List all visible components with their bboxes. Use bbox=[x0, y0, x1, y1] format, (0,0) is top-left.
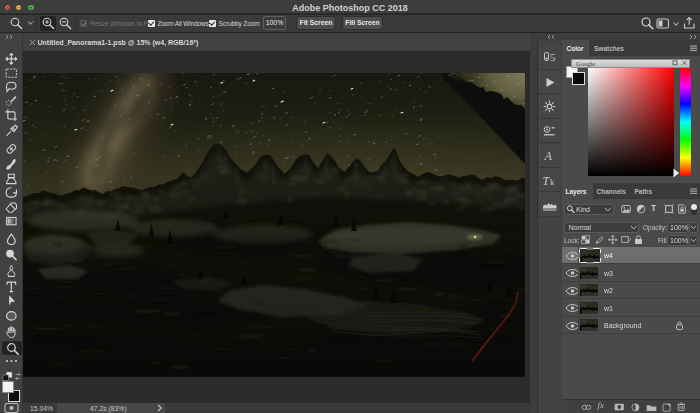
svg-text:k: k bbox=[550, 177, 555, 187]
svg-text:5: 5 bbox=[550, 52, 555, 63]
svg-text:A: A bbox=[544, 149, 553, 163]
